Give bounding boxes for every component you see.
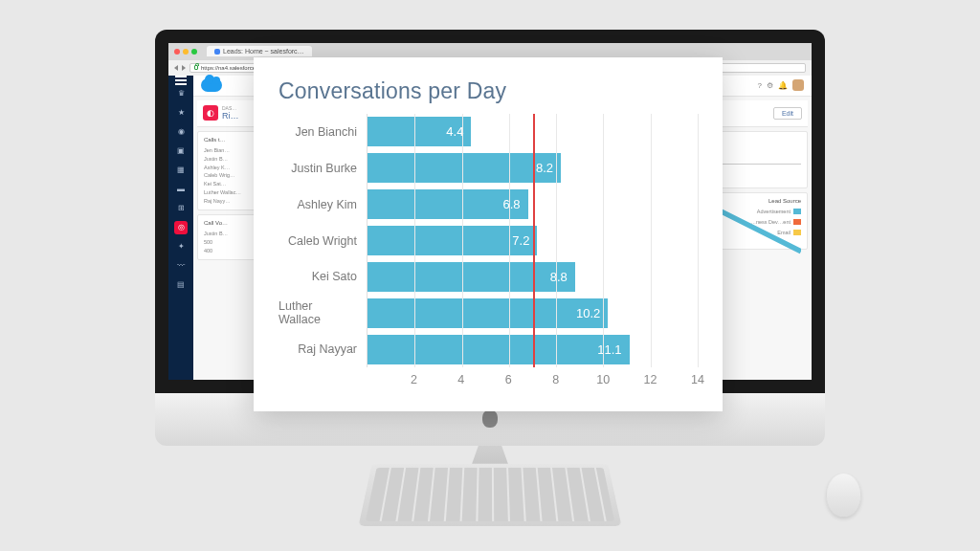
bar: 11.1 [368,335,630,364]
panel-title: Calls t… [204,136,257,145]
panel-row: 400 [204,247,257,255]
category-label: Jen Bianchi [278,114,367,150]
gridline [651,114,652,367]
category-label: Kei Sato [278,258,367,295]
x-tick-label: 2 [411,373,417,386]
sidebar-chart-icon[interactable]: ▤ [174,278,188,292]
panel-name-list: Jen Bian…Justin B…Ashley K…Caleb Wrig…Ke… [204,146,257,206]
bell-icon[interactable]: 🔔 [778,81,788,90]
browser-tab[interactable]: Leads: Home ~ salesforc… [207,46,312,56]
panel-name-item: Kei Sat… [204,180,257,188]
reference-line [533,114,535,367]
category-label: Ashley Kim [278,187,367,223]
category-label: Caleb Wright [278,223,367,259]
sidebar: ♛ ★ ◉ ▣ ▦ ▬ ⊞ ◎ ✦ 〰 ▤ [168,76,193,380]
gear-icon[interactable]: ⚙ [767,81,773,90]
gridline [509,114,510,367]
bar: 10.2 [368,298,608,328]
x-tick-label: 4 [457,373,464,386]
y-axis-labels: Jen BianchiJustin BurkeAshley KimCaleb W… [278,114,367,367]
gridline [698,114,699,367]
gridline [556,114,557,367]
panel-name-item: Caleb Wrig… [204,171,257,180]
category-label: Raj Nayyar [278,331,367,367]
forward-icon[interactable] [182,65,186,71]
menu-icon[interactable] [175,79,187,81]
x-tick-label: 8 [552,373,559,386]
chart-body: Jen BianchiJustin BurkeAshley KimCaleb W… [278,114,698,367]
page-title: Ri… [222,111,239,121]
dashboard-icon: ◐ [203,105,218,121]
apple-logo-icon [482,410,498,428]
gridline [603,114,604,367]
lock-icon [194,65,198,70]
sidebar-gift-icon[interactable]: ⊞ [174,202,188,215]
panel-name-item: Jen Bian… [204,146,257,155]
gridline [414,114,415,367]
sidebar-pulse-icon[interactable]: 〰 [174,259,188,273]
bar: 6.8 [368,189,528,219]
sidebar-box-icon[interactable]: ▣ [174,144,188,158]
sidebar-clipboard-icon[interactable]: ▦ [174,164,188,177]
gridline [462,114,463,367]
panel-name-item: Ashley K… [204,164,257,172]
sidebar-star-icon[interactable]: ★ [174,106,188,120]
sidebar-person-icon[interactable]: ◉ [174,125,188,139]
keyboard [358,464,621,526]
tab-favicon-icon [214,49,220,55]
x-tick-label: 14 [691,373,704,386]
chart-plot-area: 4.48.26.87.28.810.211.1 [367,114,698,367]
avatar[interactable] [792,79,804,91]
help-icon[interactable]: ? [758,81,762,90]
panel-subtitle: Justin B… [204,230,257,238]
panel-name-item: Raj Nayy… [204,197,257,206]
sidebar-folder-icon[interactable]: ▬ [174,183,188,196]
x-tick-label: 12 [644,373,657,386]
maximize-window-icon[interactable] [191,49,197,55]
mouse [826,474,861,517]
sidebar-active-icon[interactable]: ◎ [174,221,188,234]
category-label: Justin Burke [278,150,367,187]
page-header-text: DAS… Ri… [222,105,239,121]
edit-button[interactable]: Edit [773,107,802,120]
sidebar-wand-icon[interactable]: ✦ [174,240,188,253]
header-utilities: ? ⚙ 🔔 [758,79,804,91]
category-label: Luther Wallace [278,295,367,331]
x-tick-label: 6 [505,373,512,386]
panel-title: Call Vo… [204,219,257,229]
chart-card: Conversations per Day Jen BianchiJustin … [254,57,723,411]
chart-title: Conversations per Day [278,78,698,104]
x-axis: 2468101214 [367,367,698,386]
minimize-window-icon[interactable] [183,49,189,55]
panel-row: 500 [204,238,257,247]
salesforce-logo-icon[interactable] [201,78,222,92]
close-window-icon[interactable] [174,49,180,55]
bar: 7.2 [368,226,537,255]
bar: 4.4 [368,117,471,146]
panel-name-item: Luther Wallac… [204,188,257,197]
bar: 8.8 [368,262,575,292]
tab-title: Leads: Home ~ salesforc… [223,48,304,55]
window-controls[interactable] [174,49,197,55]
x-tick-label: 10 [596,373,610,386]
panel-name-item: Justin B… [204,155,257,164]
sidebar-crown-icon[interactable]: ♛ [174,87,188,100]
back-icon[interactable] [174,65,178,71]
